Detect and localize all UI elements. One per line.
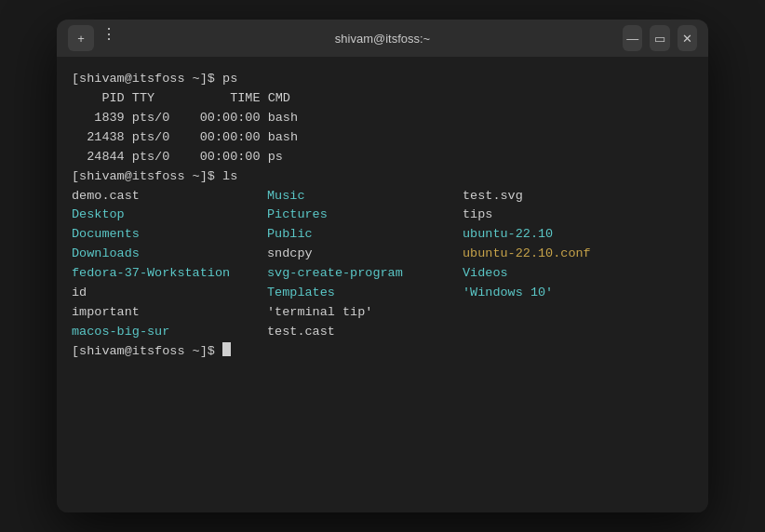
line-ps-row1: 1839 pts/0 00:00:00 bash bbox=[72, 109, 693, 128]
window-controls: — ▭ ✕ bbox=[623, 25, 697, 51]
ps-row3: 24844 pts/0 00:00:00 ps bbox=[72, 148, 283, 167]
add-tab-button[interactable]: + bbox=[68, 25, 94, 51]
list-item: Downloads bbox=[72, 245, 267, 264]
list-item: sndcpy bbox=[267, 245, 463, 264]
list-item: important bbox=[72, 303, 267, 323]
menu-icon[interactable]: ⋮ bbox=[101, 25, 116, 51]
list-item: Desktop bbox=[72, 206, 267, 225]
line-final-prompt: [shivam@itsfoss ~]$ bbox=[72, 342, 693, 362]
ls-output-grid: demo.cast Music test.svg Desktop Picture… bbox=[72, 187, 693, 342]
ps-row2: 21438 pts/0 00:00:00 bash bbox=[72, 128, 298, 148]
line-ls-cmd: [shivam@itsfoss ~]$ ls bbox=[72, 167, 693, 187]
list-item: 'Windows 10' bbox=[463, 284, 693, 303]
ps-header: PID TTY TIME CMD bbox=[72, 89, 290, 109]
close-button[interactable]: ✕ bbox=[678, 25, 697, 51]
list-item bbox=[463, 323, 693, 342]
terminal-window: + ⋮ shivam@itsfoss:~ — ▭ ✕ [shivam@itsfo… bbox=[57, 20, 708, 512]
line-ps-row2: 21438 pts/0 00:00:00 bash bbox=[72, 128, 693, 148]
prompt: [shivam@itsfoss ~]$ bbox=[72, 167, 222, 187]
prompt: [shivam@itsfoss ~]$ bbox=[72, 342, 222, 362]
list-item: test.cast bbox=[267, 323, 463, 342]
line-ps-row3: 24844 pts/0 00:00:00 ps bbox=[72, 148, 693, 167]
cursor bbox=[222, 342, 231, 356]
list-item: ubuntu-22.10.conf bbox=[463, 245, 693, 264]
list-item: Public bbox=[267, 225, 463, 245]
command-ls: ls bbox=[222, 167, 237, 187]
list-item: Documents bbox=[72, 225, 267, 245]
ps-row1: 1839 pts/0 00:00:00 bash bbox=[72, 109, 298, 128]
title-bar-left: + ⋮ bbox=[68, 25, 142, 51]
terminal-body[interactable]: [shivam@itsfoss ~]$ ps PID TTY TIME CMD … bbox=[57, 57, 708, 512]
list-item: demo.cast bbox=[72, 187, 267, 206]
list-item: Videos bbox=[463, 264, 693, 284]
list-item: Music bbox=[267, 187, 463, 206]
list-item bbox=[463, 303, 693, 323]
line-ps-header: PID TTY TIME CMD bbox=[72, 89, 693, 109]
list-item: ubuntu-22.10 bbox=[463, 225, 693, 245]
list-item: Pictures bbox=[267, 206, 463, 225]
list-item: Templates bbox=[267, 284, 463, 303]
title-bar: + ⋮ shivam@itsfoss:~ — ▭ ✕ bbox=[57, 20, 708, 57]
window-title: shivam@itsfoss:~ bbox=[142, 32, 623, 46]
list-item: id bbox=[72, 284, 267, 303]
list-item: macos-big-sur bbox=[72, 323, 267, 342]
list-item: 'terminal tip' bbox=[267, 303, 463, 323]
maximize-button[interactable]: ▭ bbox=[650, 25, 669, 51]
prompt: [shivam@itsfoss ~]$ bbox=[72, 70, 222, 89]
list-item: svg-create-program bbox=[267, 264, 463, 284]
list-item: test.svg bbox=[463, 187, 693, 206]
command-ps: ps bbox=[222, 70, 237, 89]
list-item: fedora-37-Workstation bbox=[72, 264, 267, 284]
minimize-button[interactable]: — bbox=[623, 25, 642, 51]
list-item: tips bbox=[463, 206, 693, 225]
line-ps-cmd: [shivam@itsfoss ~]$ ps bbox=[72, 70, 693, 89]
